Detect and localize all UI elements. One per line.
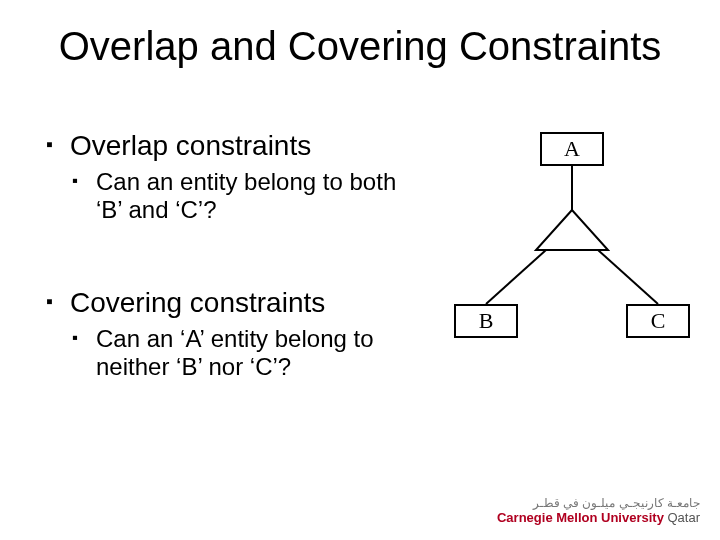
subbullet-covering-text: Can an ‘A’ entity belong to neither ‘B’ … bbox=[96, 325, 374, 380]
slide: Overlap and Covering Constraints ▪ Overl… bbox=[0, 0, 720, 540]
svg-line-2 bbox=[486, 250, 546, 304]
bullet-covering: ▪ Covering constraints bbox=[46, 287, 406, 319]
isa-diagram: A B C bbox=[440, 132, 700, 362]
bullet-overlap: ▪ Overlap constraints bbox=[46, 130, 406, 162]
bullet-icon: ▪ bbox=[72, 171, 78, 190]
subbullet-covering: ▪ Can an ‘A’ entity belong to neither ‘B… bbox=[72, 325, 406, 380]
bullet-covering-text: Covering constraints bbox=[70, 287, 325, 318]
entity-box-a: A bbox=[540, 132, 604, 166]
subbullet-overlap-text: Can an entity belong to both ‘B’ and ‘C’… bbox=[96, 168, 396, 223]
spacer bbox=[46, 251, 406, 287]
slide-title: Overlap and Covering Constraints bbox=[0, 24, 720, 68]
bullet-icon: ▪ bbox=[46, 133, 53, 156]
entity-box-b: B bbox=[454, 304, 518, 338]
footer-brand-name: Carnegie Mellon University bbox=[497, 510, 668, 525]
content-block: ▪ Overlap constraints ▪ Can an entity be… bbox=[46, 130, 406, 408]
entity-box-c: C bbox=[626, 304, 690, 338]
svg-marker-1 bbox=[536, 210, 608, 250]
svg-line-3 bbox=[598, 250, 658, 304]
footer-arabic: جامعـة كارنيجـي ميلـون في قطـر bbox=[497, 497, 700, 509]
bullet-overlap-text: Overlap constraints bbox=[70, 130, 311, 161]
footer-brand: Carnegie Mellon University Qatar bbox=[497, 511, 700, 524]
footer-branding: جامعـة كارنيجـي ميلـون في قطـر Carnegie … bbox=[497, 497, 700, 524]
bullet-icon: ▪ bbox=[46, 290, 53, 313]
subbullet-overlap: ▪ Can an entity belong to both ‘B’ and ‘… bbox=[72, 168, 406, 223]
footer-campus: Qatar bbox=[667, 510, 700, 525]
bullet-icon: ▪ bbox=[72, 328, 78, 347]
